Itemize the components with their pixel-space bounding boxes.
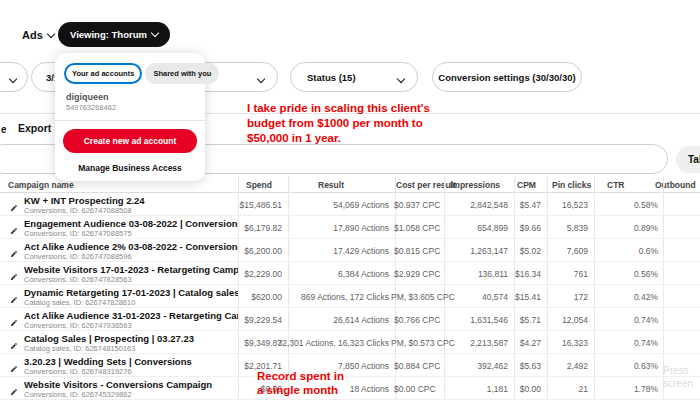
cell-pin-clicks: 21	[579, 384, 588, 394]
cell-cpm: $5.63	[520, 361, 541, 371]
create-ad-account-button[interactable]: Create new ad account	[63, 129, 197, 153]
campaign-name[interactable]: Website Visitors 17-01-2023 - Retargetin…	[24, 264, 238, 275]
campaign-name[interactable]: Dynamic Retargeting 17-01-2023 | Catalog…	[24, 287, 238, 298]
column-header-ctr[interactable]: CTR	[607, 180, 624, 190]
cell-impressions: 40,574	[482, 292, 508, 302]
cell-cost-per-result: $2.929 CPC	[394, 269, 440, 279]
campaign-id: Conversions, ID: 626747088575	[24, 229, 132, 238]
cell-ctr: 0.74%	[634, 338, 658, 348]
cell-result: 32,301 Actions, 16,323 Clicks	[277, 338, 389, 348]
column-header-cost-per-result[interactable]: Cost per result	[396, 180, 456, 190]
table-view-label: Tab	[688, 154, 700, 165]
column-header-cpm[interactable]: CPM	[517, 180, 536, 190]
campaign-id: Conversions, ID: 626747088596	[24, 252, 132, 261]
table-row[interactable]: Website Visitors 17-01-2023 - Retargetin…	[0, 262, 700, 285]
cell-cost-per-result: $1.058 CPC	[394, 223, 440, 233]
cell-spend: $2,229.00	[244, 269, 282, 279]
cell-cost-per-result: $0.815 CPC	[394, 246, 440, 256]
cell-cpm: $16.34	[515, 269, 541, 279]
campaign-name[interactable]: Act Alike Audience 2% 03-08-2022 - Conve…	[24, 241, 238, 252]
status-filter-label: Status (15)	[307, 72, 356, 83]
cell-impressions: 1,263,147	[470, 246, 508, 256]
cell-ctr: 0.56%	[634, 269, 658, 279]
edit-pencil-icon[interactable]	[10, 336, 18, 354]
table-row[interactable]: Engagement Audience 03-08-2022 | Convers…	[0, 216, 700, 239]
cell-result: 17,890 Actions	[333, 223, 389, 233]
cell-spend: $6,200.00	[244, 246, 282, 256]
cell-pin-clicks: 172	[574, 292, 588, 302]
cell-result: 54,069 Actions	[333, 200, 389, 210]
campaign-name[interactable]: Engagement Audience 03-08-2022 | Convers…	[24, 218, 238, 229]
cell-pin-clicks: 2,492	[567, 361, 588, 371]
cell-cost-per-result: $0.766 CPC	[394, 315, 440, 325]
tab-shared-with-you[interactable]: Shared with you	[145, 63, 219, 84]
collapsed-filter-pill[interactable]	[0, 62, 28, 92]
table-row[interactable]: KW + INT Prospecting 2.24 Conversions, I…	[0, 193, 700, 216]
cell-impressions: 2,842,548	[470, 200, 508, 210]
cell-impressions: 2,213,587	[470, 338, 508, 348]
column-header-impressions[interactable]: Impressions	[450, 180, 500, 190]
edit-pencil-icon[interactable]	[10, 290, 18, 308]
cell-cost-per-result: $0.00 CPC	[394, 384, 436, 394]
status-filter[interactable]: Status (15)	[290, 62, 418, 92]
table-view-button[interactable]: Tab	[676, 146, 700, 173]
cell-impressions: 1,631,546	[470, 315, 508, 325]
edit-pencil-icon[interactable]	[10, 244, 18, 262]
column-header-result[interactable]: Result	[318, 180, 344, 190]
column-header-outbound[interactable]: Outbound	[655, 180, 696, 190]
cell-ctr: 0.42%	[634, 292, 658, 302]
campaign-name[interactable]: Act Alike Audience 31-01-2023 - Retarget…	[24, 310, 238, 321]
edit-pencil-icon[interactable]	[10, 359, 18, 377]
cell-result: 7,850 Actions	[338, 361, 389, 371]
tab-your-ad-accounts[interactable]: Your ad accounts	[64, 63, 142, 84]
chevron-down-icon	[397, 75, 405, 83]
ads-menu-label: Ads	[22, 29, 43, 41]
table-row[interactable]: Act Alike Audience 31-01-2023 - Retarget…	[0, 308, 700, 331]
cell-pin-clicks: 7,609	[567, 246, 588, 256]
edit-pencil-icon[interactable]	[10, 382, 18, 400]
edit-pencil-icon[interactable]	[10, 221, 18, 239]
clipped-button-fragment[interactable]: e	[1, 124, 7, 135]
cell-pin-clicks: 12,054	[562, 315, 588, 325]
cell-cost-per-result: $0.884 CPC	[394, 361, 440, 371]
export-label: Export	[18, 122, 51, 134]
manage-business-access-link[interactable]: Manage Business Access	[63, 163, 197, 173]
edit-pencil-icon[interactable]	[10, 198, 18, 216]
account-name[interactable]: digiqueen	[66, 92, 197, 102]
account-switcher-dropdown: Your ad accounts Shared with you digique…	[55, 53, 205, 181]
table-row[interactable]: Catalog Sales | Prospecting | 03.27.23 C…	[0, 331, 700, 354]
campaign-name[interactable]: Website Visitors - Conversions Campaign	[24, 379, 238, 390]
cell-result: 17,429 Actions	[333, 246, 389, 256]
column-header-campaign-name[interactable]: Campaign name	[8, 180, 74, 190]
cell-ctr: 0.89%	[634, 223, 658, 233]
table-row[interactable]: Act Alike Audience 2% 03-08-2022 - Conve…	[0, 239, 700, 262]
cell-impressions: 392,462	[477, 361, 508, 371]
cell-cpm: $5.71	[520, 315, 541, 325]
cell-ctr: 0.74%	[634, 315, 658, 325]
cell-cpm: $9.66	[520, 223, 541, 233]
column-header-pin-clicks[interactable]: Pin clicks	[552, 180, 591, 190]
cell-result: 869 Actions, 172 Clicks	[301, 292, 389, 302]
campaign-name[interactable]: Catalog Sales | Prospecting | 03.27.23	[24, 333, 238, 344]
cell-cpm: $5.47	[520, 200, 541, 210]
column-header-spend[interactable]: Spend	[246, 180, 272, 190]
campaign-id: Conversions, ID: 626748319276	[24, 367, 132, 376]
table-row[interactable]: Dynamic Retargeting 17-01-2023 | Catalog…	[0, 285, 700, 308]
cell-pin-clicks: 16,323	[562, 338, 588, 348]
edit-pencil-icon[interactable]	[10, 267, 18, 285]
edit-pencil-icon[interactable]	[10, 313, 18, 331]
viewing-account-label: Viewing: Thorum	[70, 29, 147, 40]
ads-menu[interactable]: Ads	[22, 29, 54, 41]
table-row[interactable]: Website Visitors - Conversions Campaign …	[0, 377, 700, 400]
campaign-name[interactable]: 3.20.23 | Wedding Sets | Conversions	[24, 356, 238, 367]
cell-cpm: $4.27	[520, 338, 541, 348]
campaign-name[interactable]: KW + INT Prospecting 2.24	[24, 195, 238, 206]
conversion-settings-filter[interactable]: Conversion settings (30/30/30)	[432, 62, 582, 92]
cell-result: 26,614 Actions	[333, 315, 389, 325]
viewing-account-button[interactable]: Viewing: Thorum	[58, 22, 170, 47]
table-row[interactable]: 3.20.23 | Wedding Sets | Conversions Con…	[0, 354, 700, 377]
account-id: 549763268462	[66, 103, 197, 112]
cell-spend: $15,486.51	[239, 200, 282, 210]
cell-cost-per-result: PM, $3.605 CPC	[391, 292, 455, 302]
annotation-scaling-note: I take pride in scaling this client's bu…	[247, 101, 477, 146]
